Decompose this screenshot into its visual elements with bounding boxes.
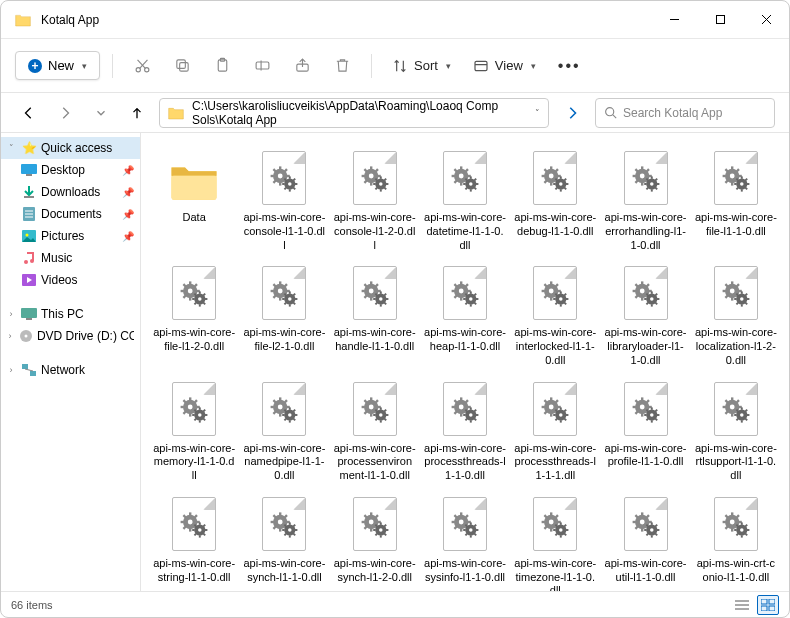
sidebar-desktop[interactable]: Desktop📌	[1, 159, 140, 181]
svg-rect-522	[550, 528, 552, 531]
file-item[interactable]: api-ms-win-core-memory-l1-1-0.dll	[151, 378, 237, 485]
copy-button[interactable]	[165, 49, 199, 83]
share-button[interactable]	[285, 49, 319, 83]
file-item[interactable]: api-ms-win-core-handle-l1-1-0.dll	[332, 262, 418, 369]
svg-rect-541	[641, 512, 643, 515]
svg-rect-12	[256, 62, 269, 69]
sidebar-videos[interactable]: Videos	[1, 269, 140, 291]
file-item[interactable]: api-ms-win-core-processthreads-l1-1-0.dl…	[422, 378, 508, 485]
new-button[interactable]: + New ▾	[15, 51, 100, 80]
close-button[interactable]	[743, 1, 789, 38]
go-button[interactable]	[557, 98, 587, 128]
svg-rect-571	[741, 522, 743, 524]
svg-point-540	[639, 519, 644, 524]
item-label: api-ms-win-core-handle-l1-1-0.dll	[334, 326, 416, 354]
file-item[interactable]: api-ms-win-core-heap-l1-1-0.dll	[422, 262, 508, 369]
svg-rect-584	[761, 606, 767, 611]
file-item[interactable]: api-ms-win-crt-conio-l1-1-0.dll	[693, 493, 779, 591]
svg-rect-243	[542, 290, 545, 292]
file-item[interactable]: api-ms-win-core-sysinfo-l1-1-0.dll	[422, 493, 508, 591]
file-item[interactable]: api-ms-win-core-file-l1-2-0.dll	[151, 262, 237, 369]
file-item[interactable]: api-ms-win-core-synch-l1-2-0.dll	[332, 493, 418, 591]
dll-icon	[712, 264, 760, 322]
item-label: api-ms-win-core-processenvironment-l1-1-…	[334, 442, 416, 483]
folder-item[interactable]: Data	[151, 147, 237, 254]
file-item[interactable]: api-ms-win-core-file-l2-1-0.dll	[241, 262, 327, 369]
svg-rect-421	[731, 397, 733, 400]
plus-icon: +	[28, 59, 42, 73]
sidebar-quick-access[interactable]: ˅ ⭐ Quick access	[1, 137, 140, 159]
details-view-button[interactable]	[731, 595, 753, 615]
file-item[interactable]: api-ms-win-core-profile-l1-1-0.dll	[602, 378, 688, 485]
sidebar-downloads[interactable]: Downloads📌	[1, 181, 140, 203]
file-item[interactable]: api-ms-win-core-localization-l1-2-0.dll	[693, 262, 779, 369]
svg-rect-9	[176, 60, 185, 69]
cut-button[interactable]	[125, 49, 159, 83]
svg-point-370	[469, 413, 473, 417]
svg-rect-494	[386, 529, 388, 531]
sidebar-this-pc[interactable]: ›This PC	[1, 303, 140, 325]
delete-button[interactable]	[325, 49, 359, 83]
svg-point-390	[559, 413, 563, 417]
sidebar-dvd[interactable]: ›DVD Drive (D:) CCCC	[1, 325, 140, 347]
rename-button[interactable]	[245, 49, 279, 83]
forward-button[interactable]	[51, 99, 79, 127]
file-item[interactable]: api-ms-win-core-timezone-l1-1-0.dll	[512, 493, 598, 591]
minimize-button[interactable]	[651, 1, 697, 38]
view-button[interactable]: View ▾	[465, 52, 544, 80]
dll-icon	[712, 495, 760, 553]
file-item[interactable]: api-ms-win-core-console-l1-2-0.dll	[332, 147, 418, 254]
file-item[interactable]: api-ms-win-core-rtlsupport-l1-1-0.dll	[693, 378, 779, 485]
svg-rect-31	[21, 308, 37, 318]
recent-button[interactable]	[87, 99, 115, 127]
dll-icon	[170, 495, 218, 553]
file-item[interactable]: api-ms-win-core-debug-l1-1-0.dll	[512, 147, 598, 254]
sidebar-music[interactable]: Music	[1, 247, 140, 269]
file-item[interactable]: api-ms-win-core-datetime-l1-1-0.dll	[422, 147, 508, 254]
svg-point-80	[459, 174, 464, 179]
sidebar-network[interactable]: ›Network	[1, 359, 140, 381]
back-button[interactable]	[15, 99, 43, 127]
svg-rect-462	[279, 528, 281, 531]
disc-icon	[19, 329, 33, 343]
svg-point-190	[288, 297, 292, 301]
file-item[interactable]: api-ms-win-core-errorhandling-l1-1-0.dll	[602, 147, 688, 254]
sidebar-documents[interactable]: Documents📌	[1, 203, 140, 225]
more-button[interactable]: •••	[550, 57, 589, 75]
svg-rect-151	[741, 176, 743, 178]
svg-rect-15	[475, 61, 487, 70]
svg-rect-254	[566, 298, 568, 300]
svg-rect-8	[179, 63, 188, 71]
svg-rect-212	[380, 304, 382, 306]
file-item[interactable]: api-ms-win-core-processenvironment-l1-1-…	[332, 378, 418, 485]
file-item[interactable]: api-ms-win-core-string-l1-1-0.dll	[151, 493, 237, 591]
up-button[interactable]	[123, 99, 151, 127]
svg-rect-123	[632, 175, 635, 177]
file-item[interactable]: api-ms-win-core-file-l1-1-0.dll	[693, 147, 779, 254]
file-item[interactable]: api-ms-win-core-util-l1-1-0.dll	[602, 493, 688, 591]
dll-icon	[351, 264, 399, 322]
svg-rect-183	[271, 290, 274, 292]
svg-point-34	[24, 335, 27, 338]
chevron-down-icon[interactable]: ˅	[535, 108, 540, 118]
file-item[interactable]: api-ms-win-core-namedpipe-l1-1-0.dll	[241, 378, 327, 485]
item-label: api-ms-win-core-console-l1-1-0.dll	[243, 211, 325, 252]
file-item[interactable]: api-ms-win-core-libraryloader-l1-1-0.dll	[602, 262, 688, 369]
file-item[interactable]: api-ms-win-core-processthreads-l1-1-1.dl…	[512, 378, 598, 485]
svg-rect-62	[370, 182, 372, 185]
address-bar[interactable]: C:\Users\karolisliucveikis\AppData\Roami…	[159, 98, 549, 128]
file-content[interactable]: Dataapi-ms-win-core-console-l1-1-0.dllap…	[141, 133, 789, 591]
svg-rect-152	[741, 189, 743, 191]
file-item[interactable]: api-ms-win-core-interlocked-l1-1-0.dll	[512, 262, 598, 369]
svg-rect-461	[279, 512, 281, 515]
maximize-button[interactable]	[697, 1, 743, 38]
paste-button[interactable]	[205, 49, 239, 83]
file-item[interactable]: api-ms-win-core-console-l1-1-0.dll	[241, 147, 327, 254]
file-item[interactable]: api-ms-win-core-synch-l1-1-0.dll	[241, 493, 327, 591]
search-input[interactable]: Search Kotalq App	[595, 98, 775, 128]
sidebar-pictures[interactable]: Pictures📌	[1, 225, 140, 247]
titlebar: Kotalq App	[1, 1, 789, 39]
svg-rect-111	[560, 176, 562, 178]
sort-button[interactable]: Sort ▾	[384, 52, 459, 80]
icons-view-button[interactable]	[757, 595, 779, 615]
